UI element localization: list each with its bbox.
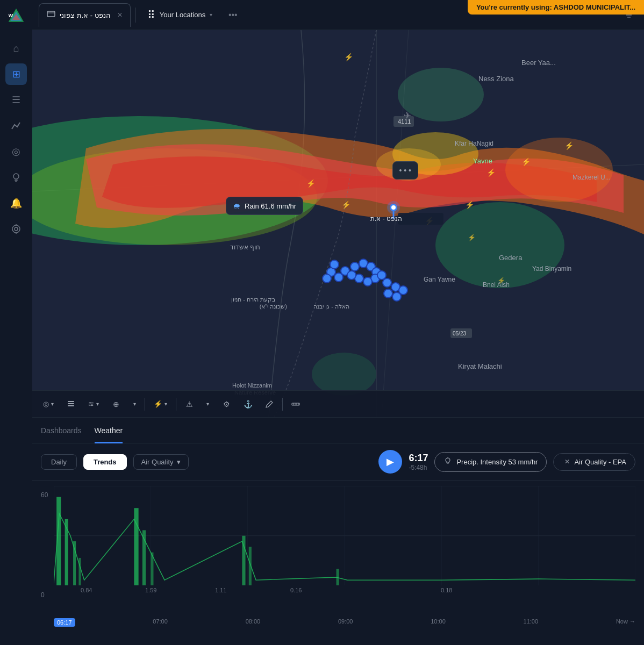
grid-icon: ⠿ [147,9,155,22]
compass-dropdown[interactable]: ▾ [129,399,140,409]
chart-y-zero: 0 [41,591,45,599]
svg-text:(שכונה י"א): (שכונה י"א) [260,303,287,310]
app-logo: W [6,6,26,26]
play-button[interactable]: ▶ [378,450,402,474]
svg-point-5 [12,225,20,233]
dropdown-icon: ▾ [51,401,54,407]
sidebar-item-chart[interactable] [5,115,27,137]
sidebar-item-target[interactable] [5,218,27,240]
sidebar-item-bell[interactable]: 🔔 [5,192,27,214]
wind-btn[interactable]: ≋ ▾ [84,398,103,410]
chart-label-159: 1.59 [145,587,156,593]
trends-button[interactable]: Trends [83,454,127,470]
air-quality-button[interactable]: Air Quality ▾ [133,454,189,470]
map-toolbar: ◎ ▾ ≋ ▾ ⊕ ▾ ⚡ ▾ ⚠ ▾ ⚙ ⚓ [32,390,644,417]
weather-tab-label: Weather [95,426,123,435]
panel-tabs: Dashboards Weather [32,418,644,443]
svg-point-58 [391,205,396,210]
rain-icon: 🌧 [233,202,240,210]
locations-button[interactable]: ⠿ Your Locations ▾ [140,3,220,27]
sidebar-item-location[interactable]: ◎ [5,141,27,162]
time-display: 6:17 -5:48h [409,453,428,471]
compass-btn[interactable]: ⊕ [108,396,125,413]
svg-text:Beer Yaa...: Beer Yaa... [521,59,556,67]
gear-icon: ⚙ [223,400,230,408]
svg-text:⚡: ⚡ [306,179,316,188]
pen-btn[interactable] [261,396,278,413]
svg-point-19 [435,202,564,288]
time-offset: -5:48h [409,464,427,471]
warning-dropdown[interactable]: ▾ [202,399,213,409]
svg-text:⚡: ⚡ [344,53,354,62]
tab-location[interactable]: הנפט - א.ת צפוני ✕ [39,3,131,27]
precip-icon [443,457,452,467]
location-icon: ◎ [43,400,49,408]
settings-btn[interactable]: ⚙ [218,396,235,413]
dropdown-icon3: ▾ [133,401,136,407]
svg-text:בקעת הירח - חניון: בקעת הירח - חניון [231,296,275,303]
tooltip-text: Rain 61.6 mm/hr [245,202,296,210]
sidebar-item-bulb[interactable] [5,167,27,188]
topbar-more-button[interactable]: ••• [224,6,241,24]
svg-text:⚡: ⚡ [564,141,574,150]
svg-text:Mazkerel U...: Mazkerel U... [573,174,611,181]
svg-point-70 [347,271,356,280]
sidebar-item-map[interactable]: ⊞ [5,63,27,85]
dropdown-icon2: ▾ [96,401,99,407]
dots-icon: ••• [228,10,238,20]
svg-point-21 [312,353,376,396]
toolbar-sep2 [176,398,176,411]
lightning-btn[interactable]: ⚡ ▾ [149,398,171,410]
sidebar-item-list[interactable]: ☰ [5,89,27,111]
layers-btn[interactable] [62,396,80,413]
chart-label-0617[interactable]: 06:17 [54,618,75,627]
tab-weather[interactable]: Weather [95,418,123,443]
map-svg: ⚡ ⚡ ⚡ ⚡ ⚡ ⚡ ⚡ ⚡ ⚡ ⚡ Beer Yaa... Ness Zio… [32,30,644,417]
chart-label-now: Now → [616,618,635,627]
svg-text:חוף אשדוד: חוף אשדוד [230,243,260,251]
svg-rect-82 [68,401,74,402]
chart-y-max: 60 [41,491,48,499]
warning-btn[interactable]: ⚠ [181,396,198,413]
dropdown-arrow-icon: ▾ [210,12,212,18]
svg-text:W: W [9,13,13,18]
svg-point-71 [334,273,343,282]
chart-label-0800: 08:00 [246,618,261,627]
svg-point-63 [350,262,359,271]
daily-button[interactable]: Daily [41,454,77,470]
wind-icon: ≋ [88,400,94,408]
tab-label: הנפט - א.ת צפוני [60,11,111,19]
chart-label-111: 1.11 [215,587,226,593]
tab-dashboards[interactable]: Dashboards [41,418,82,443]
chart-area: 60 0 0.84 1.59 1.11 0.16 0.18 [32,481,644,631]
svg-point-74 [377,271,386,280]
rain-tooltip: 🌧 Rain 61.6 mm/hr [226,197,303,215]
svg-point-89 [446,458,450,462]
map-tab-icon [47,10,55,20]
tab-close-button[interactable]: ✕ [117,11,123,19]
svg-text:⚡: ⚡ [341,200,351,210]
air-quality-pill[interactable]: ✕ Air Quality - EPA [553,453,635,471]
svg-point-80 [384,289,392,298]
map-container[interactable]: ⚡ ⚡ ⚡ ⚡ ⚡ ⚡ ⚡ ⚡ ⚡ ⚡ Beer Yaa... Ness Zio… [32,30,644,417]
precip-intensity-pill[interactable]: Precip. Intensity 53 mm/hr [434,452,547,472]
svg-text:Holot Nizzanim: Holot Nizzanim [232,382,272,389]
air-quality-dropdown-icon: ▾ [177,458,181,466]
svg-rect-102 [65,519,68,586]
svg-point-78 [399,286,407,295]
more-dots-icon: • • • [399,166,411,175]
chart-svg [54,486,635,585]
svg-point-6 [15,227,18,231]
svg-point-79 [392,292,401,301]
svg-text:Gedera: Gedera [499,254,523,262]
bottom-panel: Dashboards Weather Daily Trends Air Qual… [32,417,644,645]
anchor-btn[interactable]: ⚓ [239,396,256,413]
ruler-btn[interactable] [287,396,304,413]
chart-label-1000: 10:00 [431,618,446,627]
chart-x-labels: 06:17 07:00 08:00 09:00 10:00 11:00 Now … [54,618,635,627]
svg-text:05/23: 05/23 [453,331,466,336]
sidebar-item-home[interactable]: ⌂ [5,38,27,59]
location-toolbar-btn[interactable]: ◎ ▾ [39,398,58,410]
map-more-button[interactable]: • • • [392,161,418,180]
warning-icon: ⚠ [186,400,193,408]
